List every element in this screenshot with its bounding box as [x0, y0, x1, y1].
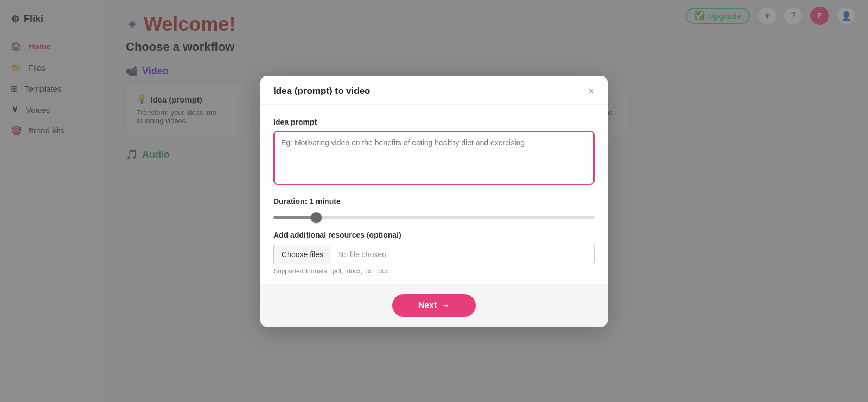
modal-body: Idea prompt Duration: 1 minute Add addit… — [260, 105, 608, 284]
duration-slider-container — [273, 211, 595, 221]
next-button[interactable]: Next → — [392, 294, 476, 317]
choose-files-button[interactable]: Choose files — [274, 245, 331, 264]
duration-label: Duration: 1 minute — [273, 197, 595, 206]
no-file-text: No file chosen — [331, 245, 594, 264]
modal-overlay: Idea (prompt) to video × Idea prompt Dur… — [0, 0, 868, 402]
resources-label: Add additional resources (optional) — [273, 231, 595, 239]
file-input-row: Choose files No file chosen — [273, 245, 595, 264]
idea-prompt-label: Idea prompt — [273, 118, 595, 126]
duration-slider[interactable] — [273, 216, 595, 219]
close-button[interactable]: × — [588, 86, 595, 97]
modal-header: Idea (prompt) to video × — [260, 76, 608, 105]
next-label: Next — [418, 301, 437, 310]
modal-dialog: Idea (prompt) to video × Idea prompt Dur… — [260, 76, 608, 327]
supported-formats-text: Supported formats: .pdf, .docx, .txt, .d… — [273, 267, 595, 275]
next-arrow-icon: → — [441, 301, 450, 310]
idea-prompt-input[interactable] — [273, 131, 595, 185]
modal-footer: Next → — [260, 284, 608, 327]
modal-title: Idea (prompt) to video — [273, 86, 371, 97]
